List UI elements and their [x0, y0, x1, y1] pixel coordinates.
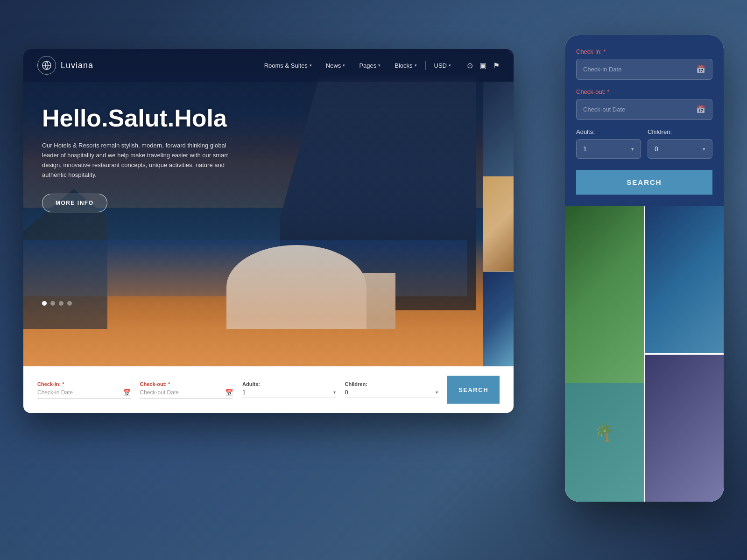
- checkout-field: Check-out: * Check-out Date 📅: [140, 381, 233, 399]
- mobile-adults-chevron-icon: ▾: [631, 146, 634, 152]
- children-field: Children: 0 ▾: [345, 381, 438, 398]
- instagram-icon[interactable]: ⊙: [467, 61, 473, 70]
- chevron-down-icon: ▾: [449, 63, 451, 68]
- adults-chevron-icon: ▾: [333, 390, 336, 395]
- children-value: 0: [345, 389, 436, 396]
- checkout-placeholder: Check-out Date: [140, 389, 226, 396]
- calendar-icon: 📅: [123, 389, 131, 396]
- mobile-adults-select[interactable]: 1 ▾: [576, 139, 641, 159]
- more-info-button[interactable]: MORE INFO: [42, 194, 107, 212]
- search-button[interactable]: SEARCH: [447, 376, 500, 404]
- nav-pages[interactable]: Pages ▾: [353, 59, 386, 72]
- chevron-down-icon: ▾: [310, 63, 312, 68]
- mobile-adults-field: Adults: 1 ▾: [576, 128, 641, 159]
- mobile-calendar-icon: 📅: [696, 65, 705, 74]
- mobile-checkout-field: Check-out: * Check-out Date 📅: [576, 88, 712, 120]
- checkin-field: Check-in: * Check-in Date 📅: [37, 381, 131, 399]
- checkin-placeholder: Check-in Date: [37, 389, 123, 396]
- chevron-down-icon: ▾: [343, 63, 345, 68]
- mobile-gallery: 🌴: [565, 206, 724, 502]
- checkout-input-wrap: Check-out Date 📅: [140, 389, 233, 399]
- nav-currency[interactable]: USD ▾: [429, 59, 457, 72]
- calendar-icon-2: 📅: [225, 389, 233, 396]
- nav-rooms-suites[interactable]: Rooms & Suites ▾: [259, 59, 317, 72]
- pool-overlay: [565, 383, 644, 502]
- hero-title: Hello.Salut.Hola: [42, 105, 229, 132]
- mobile-adults-value: 1: [583, 145, 587, 153]
- palm-tree-icon: 🌴: [594, 423, 615, 442]
- mobile-checkout-placeholder: Check-out Date: [583, 106, 625, 113]
- logo-text: Luviana: [61, 61, 93, 70]
- children-chevron-icon: ▾: [436, 390, 438, 395]
- mobile-children-label: Children:: [648, 128, 712, 135]
- adults-field: Adults: 1 ▾: [242, 381, 336, 398]
- checkin-label: Check-in: *: [37, 381, 131, 387]
- booking-bar: Check-in: * Check-in Date 📅 Check-out: *…: [23, 366, 514, 413]
- bookmark-icon[interactable]: ⚑: [493, 61, 500, 70]
- mobile-calendar-icon-2: 📅: [696, 105, 705, 114]
- nav-news[interactable]: News ▾: [320, 59, 351, 72]
- mobile-checkin-required: *: [604, 48, 606, 55]
- adults-label: Adults:: [242, 381, 336, 387]
- mobile-mockup: Check-in: * Check-in Date 📅 Check-out: *…: [565, 35, 724, 502]
- slide-indicators: [42, 301, 72, 306]
- camera-icon[interactable]: ▣: [479, 61, 486, 70]
- thumbnail-sidebar: [483, 82, 514, 366]
- children-select-wrap[interactable]: 0 ▾: [345, 389, 438, 398]
- hero-subtitle: Our Hotels & Resorts remain stylish, mod…: [42, 141, 229, 180]
- mobile-checkin-placeholder: Check-in Date: [583, 66, 621, 73]
- logo-area: Luviana: [37, 56, 93, 75]
- children-label: Children:: [345, 381, 438, 387]
- mobile-children-chevron-icon: ▾: [703, 146, 705, 152]
- gallery-grid: 🌴: [565, 206, 724, 502]
- slide-indicator-2[interactable]: [50, 301, 55, 306]
- thumbnail-3[interactable]: [483, 272, 514, 366]
- gallery-cell-pool: [645, 206, 724, 353]
- nav-divider: [425, 61, 426, 70]
- checkin-input-wrap: Check-in Date 📅: [37, 389, 131, 399]
- checkin-required: *: [62, 381, 64, 387]
- nav-social-icons: ⊙ ▣ ⚑: [467, 61, 500, 70]
- thumbnail-1[interactable]: [483, 82, 514, 176]
- hero-section: Luviana Rooms & Suites ▾ News ▾ Pages ▾: [23, 49, 514, 366]
- checkout-required: *: [168, 381, 170, 387]
- mobile-children-field: Children: 0 ▾: [648, 128, 712, 159]
- mobile-checkout-required: *: [607, 88, 610, 95]
- mobile-checkout-label: Check-out: *: [576, 88, 712, 95]
- nav-links: Rooms & Suites ▾ News ▾ Pages ▾ Blocks ▾: [259, 59, 500, 72]
- chevron-down-icon: ▾: [415, 63, 417, 68]
- gallery-cell-resort: [645, 355, 724, 502]
- slide-indicator-3[interactable]: [59, 301, 63, 306]
- mobile-booking-panel: Check-in: * Check-in Date 📅 Check-out: *…: [565, 35, 724, 206]
- mobile-search-button[interactable]: SEARCH: [576, 170, 712, 195]
- chevron-down-icon: ▾: [378, 63, 381, 68]
- mobile-checkin-input[interactable]: Check-in Date 📅: [576, 59, 712, 80]
- mobile-guests-row: Adults: 1 ▾ Children: 0 ▾: [576, 128, 712, 159]
- adults-value: 1: [242, 389, 333, 396]
- checkout-label: Check-out: *: [140, 381, 233, 387]
- slide-indicator-4[interactable]: [67, 301, 72, 306]
- desktop-mockup: Luviana Rooms & Suites ▾ News ▾ Pages ▾: [23, 49, 514, 413]
- slide-indicator-1[interactable]: [42, 301, 47, 306]
- mobile-checkin-label: Check-in: *: [576, 48, 712, 55]
- logo-icon: [37, 56, 56, 75]
- hero-content: Hello.Salut.Hola Our Hotels & Resorts re…: [42, 105, 229, 212]
- thumbnail-2[interactable]: [483, 176, 514, 271]
- scene-container: Luviana Rooms & Suites ▾ News ▾ Pages ▾: [23, 35, 724, 525]
- mobile-children-value: 0: [655, 145, 658, 153]
- gallery-cell-palms: 🌴: [565, 206, 644, 502]
- nav-blocks[interactable]: Blocks ▾: [389, 59, 422, 72]
- mobile-checkin-field: Check-in: * Check-in Date 📅: [576, 48, 712, 80]
- mobile-checkout-input[interactable]: Check-out Date 📅: [576, 99, 712, 120]
- adults-select-wrap[interactable]: 1 ▾: [242, 389, 336, 398]
- mobile-children-select[interactable]: 0 ▾: [648, 139, 712, 159]
- navbar: Luviana Rooms & Suites ▾ News ▾ Pages ▾: [23, 49, 514, 82]
- mobile-adults-label: Adults:: [576, 128, 641, 135]
